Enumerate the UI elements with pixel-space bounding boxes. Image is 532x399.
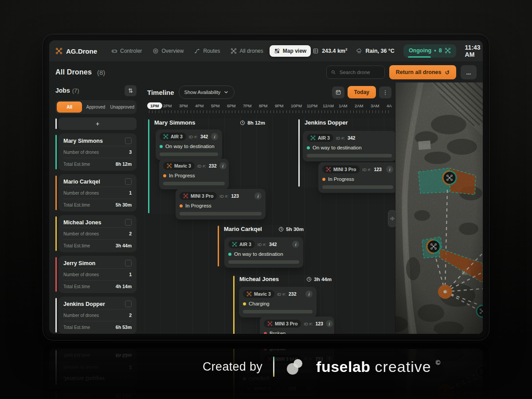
timeline-group: Mario Carkqel 5h 30m AIR 3 ID #: bbox=[218, 225, 306, 267]
controller-icon bbox=[111, 48, 117, 54]
drone-model-pill: MINI 3 Pro bbox=[322, 165, 360, 173]
timeline-title: Timeline bbox=[147, 89, 174, 96]
job-checkbox[interactable] bbox=[125, 178, 132, 185]
drone-task-card[interactable]: MINI 3 Pro ID #: 123 i Broken bbox=[260, 317, 334, 334]
job-color-bar bbox=[55, 257, 57, 292]
job-checkbox[interactable] bbox=[125, 219, 132, 226]
bullet: • bbox=[434, 47, 436, 54]
jobs-title: Jobs bbox=[55, 87, 70, 94]
drone-id-label: ID #: bbox=[258, 242, 266, 247]
current-time: 11:43 AM bbox=[465, 44, 481, 58]
job-time-label: Total Est.time bbox=[63, 243, 90, 248]
map-view[interactable] bbox=[395, 82, 483, 334]
clock-icon bbox=[306, 277, 312, 282]
drone-model-pill: Mavic 3 bbox=[163, 162, 195, 170]
timeline-header: Timeline Show Availability Today ⋮ bbox=[145, 82, 395, 101]
job-checkbox[interactable] bbox=[125, 260, 132, 266]
group-name: Jenkins Dopper bbox=[305, 119, 348, 126]
hour-marker: 2PM bbox=[163, 102, 179, 109]
info-icon[interactable]: i bbox=[386, 166, 393, 173]
job-drones-label: Number of drones bbox=[63, 272, 99, 277]
page-title: All Drones bbox=[55, 68, 92, 76]
sort-button[interactable]: ⇅ bbox=[125, 85, 137, 96]
info-icon[interactable]: i bbox=[305, 290, 313, 297]
search-icon bbox=[331, 70, 336, 75]
nav-item-map-view[interactable]: Map view bbox=[270, 45, 311, 57]
drone-status: On way to destination bbox=[307, 145, 392, 150]
drone-model-pill: AIR 3 bbox=[228, 240, 255, 248]
nav-stats: 243.4 km2 Rain, 36 °C Ongoing • 8 11:43 … bbox=[313, 44, 480, 58]
drone-task-card[interactable]: MINI 3 Pro ID #: 123 i In Progress bbox=[318, 162, 395, 193]
ongoing-drones-chip[interactable]: Ongoing • 8 bbox=[403, 44, 456, 58]
availability-dropdown[interactable]: Show Availability bbox=[179, 86, 235, 99]
hour-marker: 5PM bbox=[211, 102, 227, 109]
page-header: All Drones (8) Return all drones ↺ ... bbox=[49, 62, 483, 82]
job-drones-label: Number of drones bbox=[63, 313, 99, 318]
nav-item-overview[interactable]: Overview bbox=[148, 45, 188, 57]
today-button[interactable]: Today bbox=[348, 86, 376, 98]
info-icon[interactable]: i bbox=[219, 162, 227, 169]
timeline-panel: Timeline Show Availability Today ⋮ 1P bbox=[140, 82, 395, 334]
nav-item-routes[interactable]: Routes bbox=[190, 45, 224, 57]
credit-text: Created by bbox=[203, 360, 262, 374]
undo-icon: ↺ bbox=[445, 69, 450, 76]
brand-logo: AG.Drone bbox=[55, 47, 97, 55]
info-icon[interactable]: i bbox=[254, 192, 262, 200]
drone-status: Broken bbox=[264, 331, 330, 334]
tab-approved[interactable]: Approved bbox=[83, 102, 108, 113]
nav-item-controler[interactable]: Controler bbox=[107, 45, 146, 57]
group-duration: 5h 30m bbox=[278, 227, 304, 232]
job-card[interactable]: Micheal Jones Number of drones 2 Total E… bbox=[59, 215, 137, 252]
job-card[interactable]: Mary Simmons Number of drones 3 Total Es… bbox=[59, 133, 137, 171]
drone-task-card[interactable]: AIR 3 ID #: 342 i On way to destination bbox=[156, 129, 222, 160]
kebab-menu-button[interactable]: ⋮ bbox=[379, 86, 391, 98]
info-icon[interactable]: i bbox=[211, 133, 218, 140]
nav-item-all-drones[interactable]: All drones bbox=[226, 45, 267, 57]
job-card[interactable]: Jerry Simon Number of drones 1 Total Est… bbox=[59, 256, 137, 293]
job-time-label: Total Est.time bbox=[63, 203, 90, 207]
search-box[interactable] bbox=[326, 66, 385, 79]
add-job-row: + bbox=[59, 117, 137, 130]
panel-resize-handle[interactable] bbox=[388, 210, 396, 227]
job-checkbox[interactable] bbox=[125, 137, 132, 144]
job-name: Jerry Simon bbox=[63, 260, 95, 266]
job-card[interactable]: Jenkins Dopper Number of drones 2 Total … bbox=[59, 297, 137, 334]
add-job-button[interactable]: + bbox=[59, 117, 137, 130]
info-icon[interactable]: i bbox=[326, 320, 333, 327]
drone-task-card[interactable]: Mavic 3 ID #: 232 i In Progress bbox=[159, 159, 229, 189]
job-drones-value: 1 bbox=[129, 272, 132, 277]
timeline-group: Micheal Jones 3h 44m Mavic 3 ID #: bbox=[233, 275, 334, 334]
drone-task-card[interactable]: AIR 3 ID #: 342 On way to destination bbox=[303, 131, 395, 161]
job-name: Jenkins Dopper bbox=[63, 301, 105, 307]
job-drones-value: 1 bbox=[129, 190, 132, 196]
return-all-drones-button[interactable]: Return all drones ↺ bbox=[389, 65, 456, 79]
drones-icon bbox=[231, 48, 237, 54]
drone-task-card[interactable]: Mavic 3 ID #: 232 i Charging bbox=[239, 287, 317, 317]
tab-all[interactable]: All bbox=[57, 102, 82, 113]
timeline-group: Mary Simmons 8h 12m AIR 3 ID #: bbox=[148, 118, 268, 214]
drone-task-card[interactable]: MINI 3 Pro ID #: 123 i In Progress bbox=[176, 189, 266, 219]
status-dot bbox=[163, 174, 166, 177]
group-duration: 8h 12m bbox=[240, 120, 265, 125]
job-drones-label: Number of drones bbox=[63, 150, 99, 155]
job-time-label: Total Est.time bbox=[63, 162, 90, 167]
group-color-bar bbox=[148, 119, 149, 213]
navbar: AG.Drone Controler Overview Routes All d… bbox=[49, 40, 483, 62]
tablet: AG.Drone Controler Overview Routes All d… bbox=[43, 34, 489, 340]
job-time-label: Total Est.time bbox=[63, 325, 90, 330]
jobs-sidebar: Jobs (7) ⇅ All Approved Unapproved + Mar… bbox=[49, 82, 140, 334]
drone-task-card[interactable]: AIR 3 ID #: 342 i On way to destination bbox=[224, 237, 303, 268]
info-icon[interactable]: i bbox=[292, 241, 299, 248]
job-drones-value: 2 bbox=[129, 231, 132, 236]
search-input[interactable] bbox=[339, 69, 380, 75]
job-checkbox[interactable] bbox=[125, 301, 132, 307]
timeline-actions: Today ⋮ bbox=[332, 86, 391, 98]
progress-bar bbox=[180, 212, 262, 215]
more-options-button[interactable]: ... bbox=[461, 65, 477, 79]
status-dot bbox=[243, 302, 246, 305]
calendar-button[interactable] bbox=[332, 86, 344, 98]
tab-unapproved[interactable]: Unapproved bbox=[110, 102, 135, 113]
hour-marker: 1AM bbox=[339, 102, 355, 109]
job-card[interactable]: Mario Carkqel Number of drones 1 Total E… bbox=[59, 174, 137, 211]
hour-marker-selected[interactable]: 1PM bbox=[147, 102, 163, 109]
